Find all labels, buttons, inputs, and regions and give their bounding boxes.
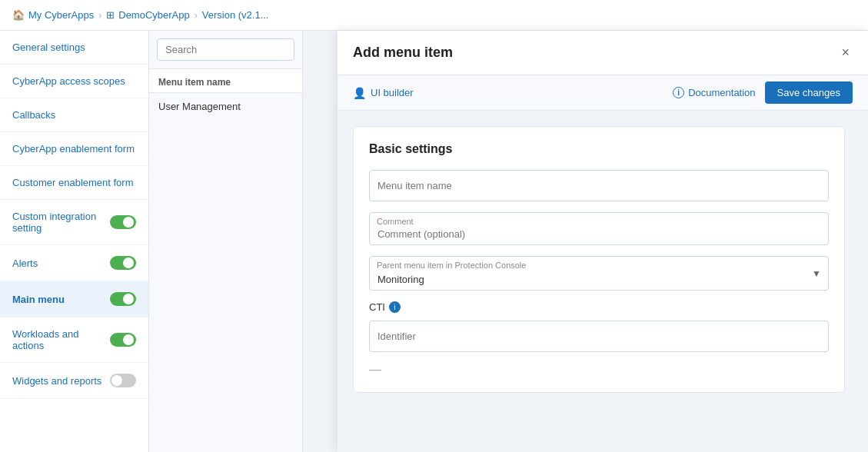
sidebar-item-alerts[interactable]: Alerts [0,245,148,281]
sidebar-label-general-settings: General settings [12,42,85,53]
comment-input[interactable] [369,212,829,245]
home-icon: 🏠 [12,9,25,21]
sidebar-item-cyberapp-enablement-form[interactable]: CyberApp enablement form [0,132,148,166]
comment-field: Comment [369,212,829,245]
dash-line: — [369,363,829,377]
sidebar-item-callbacks[interactable]: Callbacks [0,98,148,132]
settings-card-title: Basic settings [369,142,829,156]
identifier-field [369,321,829,352]
breadcrumb-sep-2: › [195,10,198,21]
toggle-workloads-and-actions[interactable] [110,333,136,347]
toggle-custom-integration-setting[interactable] [110,215,136,229]
sidebar-item-custom-integration-setting[interactable]: Custom integration setting [0,200,148,245]
modal-panel: Add menu item × 👤 UI builder i Documenta… [303,31,868,452]
modal-toolbar: 👤 UI builder i Documentation Save change… [338,75,868,111]
toggle-widgets-and-reports[interactable] [110,374,136,387]
sidebar-label-workloads-and-actions: Workloads and actions [12,328,110,351]
close-icon[interactable]: × [838,42,853,64]
sidebar-label-main-menu: Main menu [12,294,65,305]
menu-item-name-field [369,170,829,201]
menu-item-name-input[interactable] [369,170,829,201]
toggle-main-menu[interactable] [110,292,136,306]
breadcrumb-version[interactable]: Version (v2.1... [202,9,269,21]
sidebar-item-workloads-and-actions[interactable]: Workloads and actions [0,317,148,363]
cti-label: CTI i [369,301,829,313]
breadcrumb-version-label: Version (v2.1... [202,9,269,21]
search-wrap [149,31,302,69]
sidebar-label-alerts: Alerts [12,258,38,269]
content-panel: Menu item name User Management [149,31,303,452]
documentation-link[interactable]: i Documentation [673,87,755,98]
cti-info-icon[interactable]: i [389,301,401,313]
modal-body: Basic settings Comment Parent menu item … [338,111,868,452]
info-circle-icon: i [673,87,684,98]
ui-builder-link[interactable]: 👤 UI builder [353,87,414,99]
ui-builder-label: UI builder [371,87,414,98]
search-input[interactable] [157,38,294,61]
menu-list-header: Menu item name [149,69,302,93]
sidebar-label-cyberapp-enablement-form: CyberApp enablement form [12,143,135,155]
sidebar-label-cyberapp-access-scopes: CyberApp access scopes [12,75,125,87]
list-item[interactable]: User Management [149,93,302,121]
toolbar-right: i Documentation Save changes [673,81,853,104]
breadcrumb-sep-1: › [98,10,101,21]
toggle-alerts[interactable] [110,256,136,270]
breadcrumb-app-label: DemoCyberApp [118,9,190,21]
sidebar-item-customer-enablement-form[interactable]: Customer enablement form [0,166,148,200]
sidebar-item-widgets-and-reports[interactable]: Widgets and reports [0,363,148,399]
breadcrumb: 🏠 My CyberApps › ⊞ DemoCyberApp › Versio… [0,0,868,31]
grid-icon: ⊞ [106,9,115,21]
sidebar: General settings CyberApp access scopes … [0,31,149,452]
documentation-label: Documentation [688,87,755,98]
save-button[interactable]: Save changes [765,81,853,104]
breadcrumb-app[interactable]: ⊞ DemoCyberApp [106,9,190,21]
breadcrumb-home[interactable]: 🏠 My CyberApps [12,9,94,21]
sidebar-item-general-settings[interactable]: General settings [0,31,148,65]
sidebar-item-cyberapp-access-scopes[interactable]: CyberApp access scopes [0,65,148,98]
parent-menu-item-field: Parent menu item in Protection Console M… [369,256,829,291]
settings-card: Basic settings Comment Parent menu item … [353,126,845,393]
sidebar-label-custom-integration-setting: Custom integration setting [12,211,110,234]
identifier-input[interactable] [369,321,829,352]
modal-box: Add menu item × 👤 UI builder i Documenta… [338,31,868,452]
sidebar-label-callbacks: Callbacks [12,109,55,121]
ui-builder-icon: 👤 [353,87,366,99]
modal-title: Add menu item [353,45,838,61]
sidebar-label-widgets-and-reports: Widgets and reports [12,375,101,387]
modal-header: Add menu item × [338,31,868,75]
app-layout: General settings CyberApp access scopes … [0,31,868,452]
breadcrumb-home-label: My CyberApps [28,9,94,21]
cti-section: CTI i — [369,301,829,377]
parent-menu-item-select[interactable]: Monitoring Reports Alerts Dashboard [369,256,829,291]
sidebar-label-customer-enablement-form: Customer enablement form [12,177,134,188]
sidebar-item-main-menu[interactable]: Main menu [0,281,148,317]
